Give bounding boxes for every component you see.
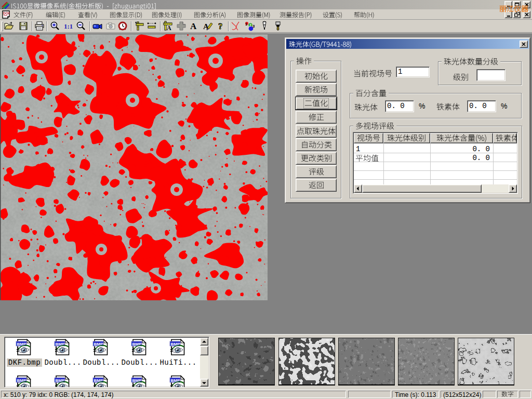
svg-text:1: 1 [245,22,247,26]
svg-text:2: 2 [249,23,251,27]
svg-text:?: ? [218,21,223,31]
svg-text:1:1: 1:1 [64,22,73,30]
svg-text:DOC: DOC [3,11,10,15]
svg-text:A: A [167,24,171,31]
svg-text:3: 3 [252,24,255,29]
svg-text:A: A [190,21,197,31]
